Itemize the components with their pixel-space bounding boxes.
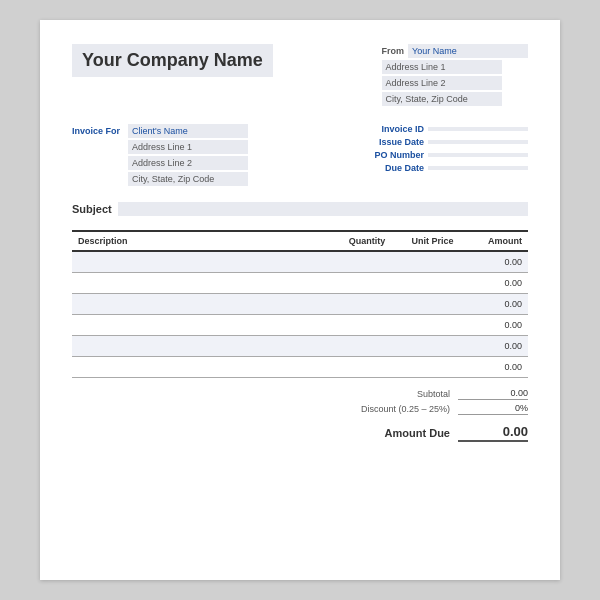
- invoice-page: Your Company Name From Your Name Address…: [40, 20, 560, 580]
- col-amount: Amount: [460, 231, 528, 251]
- issue-date-label: Issue Date: [354, 137, 424, 147]
- col-quantity: Quantity: [323, 231, 391, 251]
- amount-due-row: Amount Due 0.00: [308, 424, 528, 442]
- discount-row: Discount (0.25 – 25%) 0%: [308, 403, 528, 415]
- invoice-header: Your Company Name From Your Name Address…: [72, 44, 528, 108]
- invoice-for-block: Invoice For Client's Name Address Line 1…: [72, 124, 248, 188]
- row-quantity[interactable]: [323, 294, 391, 315]
- due-date-value[interactable]: [428, 166, 528, 170]
- table-row[interactable]: 0.00: [72, 336, 528, 357]
- row-description[interactable]: [72, 251, 323, 273]
- invoice-for-row: Invoice For Client's Name: [72, 124, 248, 138]
- invoice-id-label: Invoice ID: [354, 124, 424, 134]
- from-section: From Your Name Address Line 1 Address Li…: [382, 44, 529, 108]
- row-unit-price[interactable]: [391, 315, 459, 336]
- amount-due-label: Amount Due: [308, 427, 450, 439]
- invoice-id-row: Invoice ID: [354, 124, 528, 134]
- po-number-value[interactable]: [428, 153, 528, 157]
- row-amount[interactable]: 0.00: [460, 251, 528, 273]
- row-amount[interactable]: 0.00: [460, 273, 528, 294]
- table-row[interactable]: 0.00: [72, 357, 528, 378]
- row-amount[interactable]: 0.00: [460, 315, 528, 336]
- from-address1[interactable]: Address Line 1: [382, 60, 502, 74]
- col-description: Description: [72, 231, 323, 251]
- row-description[interactable]: [72, 336, 323, 357]
- totals-section: Subtotal 0.00 Discount (0.25 – 25%) 0% A…: [72, 388, 528, 442]
- row-quantity[interactable]: [323, 357, 391, 378]
- subtotal-label: Subtotal: [308, 389, 450, 399]
- from-label: From: [382, 46, 405, 56]
- row-quantity[interactable]: [323, 251, 391, 273]
- row-quantity[interactable]: [323, 273, 391, 294]
- row-description[interactable]: [72, 315, 323, 336]
- table-header-row: Description Quantity Unit Price Amount: [72, 231, 528, 251]
- invoice-for-label: Invoice For: [72, 126, 124, 136]
- client-name[interactable]: Client's Name: [128, 124, 248, 138]
- subject-value[interactable]: [118, 202, 528, 216]
- from-address2[interactable]: Address Line 2: [382, 76, 502, 90]
- row-amount[interactable]: 0.00: [460, 357, 528, 378]
- from-row: From Your Name: [382, 44, 529, 58]
- table-row[interactable]: 0.00: [72, 273, 528, 294]
- client-address1[interactable]: Address Line 1: [128, 140, 248, 154]
- client-city-state[interactable]: City, State, Zip Code: [128, 172, 248, 186]
- col-unit-price: Unit Price: [391, 231, 459, 251]
- from-city-state[interactable]: City, State, Zip Code: [382, 92, 502, 106]
- po-number-label: PO Number: [354, 150, 424, 160]
- table-row[interactable]: 0.00: [72, 294, 528, 315]
- subject-label: Subject: [72, 203, 112, 215]
- row-unit-price[interactable]: [391, 251, 459, 273]
- row-quantity[interactable]: [323, 315, 391, 336]
- row-description[interactable]: [72, 357, 323, 378]
- discount-label: Discount (0.25 – 25%): [308, 404, 450, 414]
- due-date-row: Due Date: [354, 163, 528, 173]
- discount-value[interactable]: 0%: [458, 403, 528, 415]
- row-unit-price[interactable]: [391, 336, 459, 357]
- invoice-table: Description Quantity Unit Price Amount 0…: [72, 230, 528, 378]
- company-name[interactable]: Your Company Name: [72, 44, 273, 77]
- row-quantity[interactable]: [323, 336, 391, 357]
- subtotal-value[interactable]: 0.00: [458, 388, 528, 400]
- due-date-label: Due Date: [354, 163, 424, 173]
- row-amount[interactable]: 0.00: [460, 294, 528, 315]
- table-row[interactable]: 0.00: [72, 251, 528, 273]
- client-section: Invoice For Client's Name Address Line 1…: [72, 124, 528, 188]
- row-description[interactable]: [72, 273, 323, 294]
- row-unit-price[interactable]: [391, 273, 459, 294]
- row-amount[interactable]: 0.00: [460, 336, 528, 357]
- subject-section: Subject: [72, 202, 528, 216]
- po-number-row: PO Number: [354, 150, 528, 160]
- from-name[interactable]: Your Name: [408, 44, 528, 58]
- row-unit-price[interactable]: [391, 357, 459, 378]
- row-unit-price[interactable]: [391, 294, 459, 315]
- invoice-id-value[interactable]: [428, 127, 528, 131]
- subtotal-row: Subtotal 0.00: [308, 388, 528, 400]
- table-row[interactable]: 0.00: [72, 315, 528, 336]
- client-address2[interactable]: Address Line 2: [128, 156, 248, 170]
- issue-date-value[interactable]: [428, 140, 528, 144]
- issue-date-row: Issue Date: [354, 137, 528, 147]
- amount-due-value: 0.00: [458, 424, 528, 442]
- row-description[interactable]: [72, 294, 323, 315]
- invoice-details-block: Invoice ID Issue Date PO Number Due Date: [354, 124, 528, 188]
